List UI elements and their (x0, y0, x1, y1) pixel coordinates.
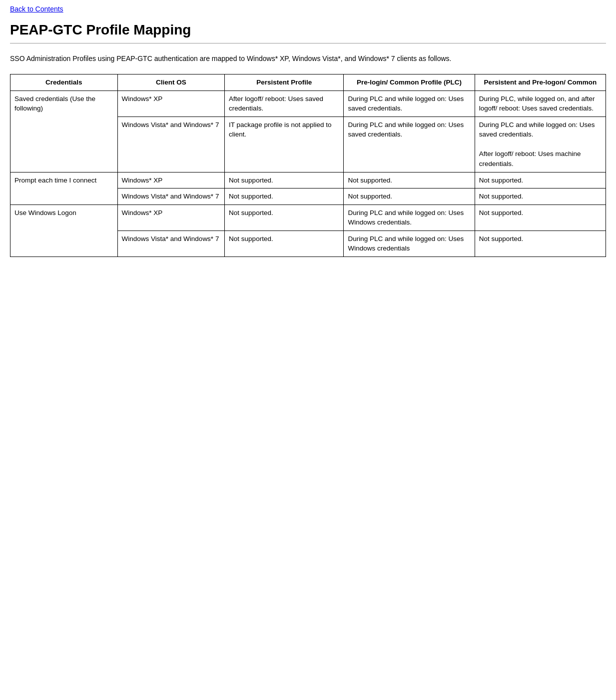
table-row: Use Windows LogonWindows* XPNot supporte… (10, 204, 606, 230)
cell-persistent: Not supported. (225, 188, 344, 205)
cell-persistent-prelogon: Not supported. (475, 172, 606, 188)
cell-credentials: Saved credentials (Use the following) (10, 90, 118, 172)
cell-persistent-prelogon: During PLC and while logged on: Uses sav… (475, 116, 606, 172)
cell-persistent: Not supported. (225, 230, 344, 256)
cell-credentials: Prompt each time I connect (10, 172, 118, 204)
page-title: PEAP-GTC Profile Mapping (10, 22, 606, 38)
col-header-client-os: Client OS (117, 74, 225, 91)
cell-os: Windows* XP (117, 90, 225, 116)
mapping-table: Credentials Client OS Persistent Profile… (10, 74, 606, 257)
cell-os: Windows* XP (117, 172, 225, 188)
cell-plc: Not supported. (344, 172, 475, 188)
cell-persistent: IT package profile is not applied to cli… (225, 116, 344, 172)
cell-persistent: After logoff/ reboot: Uses saved credent… (225, 90, 344, 116)
cell-plc: During PLC and while logged on: Uses sav… (344, 116, 475, 172)
cell-persistent-prelogon: Not supported. (475, 204, 606, 230)
col-header-persistent-prelogon: Persistent and Pre-logon/ Common (475, 74, 606, 91)
cell-persistent-prelogon: During PLC, while logged on, and after l… (475, 90, 606, 116)
cell-plc: During PLC and while logged on: Uses Win… (344, 204, 475, 230)
cell-os: Windows* XP (117, 204, 225, 230)
cell-credentials: Use Windows Logon (10, 204, 118, 256)
table-row: Saved credentials (Use the following)Win… (10, 90, 606, 116)
cell-plc: During PLC and while logged on: Uses sav… (344, 90, 475, 116)
col-header-credentials: Credentials (10, 74, 118, 91)
col-header-persistent: Persistent Profile (225, 74, 344, 91)
cell-persistent-prelogon: Not supported. (475, 188, 606, 205)
intro-paragraph: SSO Administration Profiles using PEAP-G… (10, 54, 606, 64)
cell-persistent: Not supported. (225, 204, 344, 230)
divider (10, 43, 606, 44)
col-header-plc: Pre-login/ Common Profile (PLC) (344, 74, 475, 91)
cell-persistent: Not supported. (225, 172, 344, 188)
cell-plc: Not supported. (344, 188, 475, 205)
cell-os: Windows Vista* and Windows* 7 (117, 188, 225, 205)
table-row: Prompt each time I connectWindows* XPNot… (10, 172, 606, 188)
cell-persistent-prelogon: Not supported. (475, 230, 606, 256)
cell-os: Windows Vista* and Windows* 7 (117, 116, 225, 172)
back-to-contents-link[interactable]: Back to Contents (10, 5, 606, 13)
cell-os: Windows Vista* and Windows* 7 (117, 230, 225, 256)
table-header-row: Credentials Client OS Persistent Profile… (10, 74, 606, 91)
cell-plc: During PLC and while logged on: Uses Win… (344, 230, 475, 256)
